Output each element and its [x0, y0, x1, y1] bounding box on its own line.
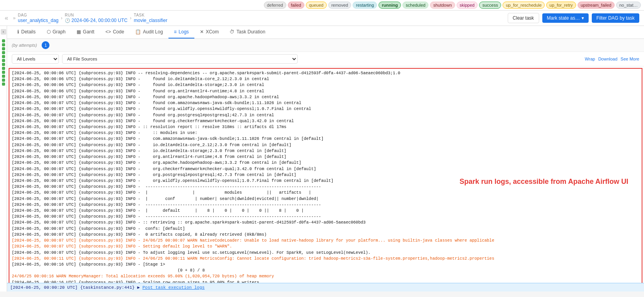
sidebar-indicator-11 — [2, 82, 5, 86]
tab-graph[interactable]: ⬡Graph — [41, 26, 71, 38]
file-source-select[interactable]: All File Sources — [62, 54, 298, 64]
sidebar-indicator-3 — [2, 51, 5, 54]
run-label: Run — [65, 13, 128, 17]
log-line: [2024-06-25, 00:00:07 UTC] {subprocess.p… — [12, 232, 639, 238]
log-line: [2024-06-25, 00:00:07 UTC] {subprocess.p… — [12, 250, 639, 256]
tab-task-duration[interactable]: ⏱Task Duration — [224, 26, 271, 38]
log-line: [2024-06-25, 00:00:07 UTC] {subprocess.p… — [12, 214, 639, 220]
filter-dag-button[interactable]: Filter DAG by task — [592, 13, 639, 23]
attempt-1-badge[interactable]: 1 — [42, 41, 49, 49]
run-breadcrumb: Run 🕐 2024-06-24, 00:00:00 UTC — [65, 13, 128, 23]
tab-icon-task-duration: ⏱ — [230, 29, 234, 35]
main-layout: ‹ ℹDetails⬡Graph▦Gantt<>Code📋Audit Log≡L… — [0, 26, 644, 292]
tab-icon-gantt: ▦ — [77, 29, 81, 35]
sidebar-indicator-1 — [2, 43, 5, 46]
log-line: [2024-06-25, 00:00:07 UTC] {subprocess.p… — [12, 154, 639, 160]
log-line: [2024-06-25, 00:00:06 UTC] {subprocess.p… — [12, 76, 639, 82]
log-line: [2024-06-25, 00:00:07 UTC] {subprocess.p… — [12, 178, 639, 184]
tab-xcom[interactable]: ✕XCom — [194, 26, 224, 38]
content-area: ℹDetails⬡Graph▦Gantt<>Code📋Audit Log≡Log… — [7, 26, 644, 292]
sidebar: ‹ — [0, 26, 7, 292]
tab-icon-audit-log: 📋 — [135, 29, 141, 35]
sidebar-indicators — [2, 39, 5, 86]
task-breadcrumb: Task movie_classifier — [134, 13, 167, 23]
task-value: movie_classifier — [134, 18, 167, 23]
run-value: 🕐 2024-06-24, 00:00:00 UTC — [65, 18, 128, 23]
status-badge-up_for_reschedule[interactable]: up_for_reschedule — [503, 2, 545, 9]
sidebar-toggle[interactable]: ‹ — [1, 29, 6, 35]
status-badge-deferred[interactable]: deferred — [264, 2, 286, 9]
status-badge-removed[interactable]: removed — [328, 2, 351, 9]
sidebar-indicator-9 — [2, 75, 5, 78]
log-line: [2024-06-25, 00:00:16 UTC] {subprocess.p… — [12, 280, 639, 283]
tab-gantt[interactable]: ▦Gantt — [71, 26, 100, 38]
log-line: 24/06/25 00:00:16 WARN MemoryManager: To… — [12, 273, 639, 279]
log-line: [2024-06-25, 00:00:07 UTC] {subprocess.p… — [12, 148, 639, 154]
dag-value: user_analytics_dag — [18, 18, 59, 23]
tab-icon-xcom: ✕ — [200, 29, 204, 35]
tab-logs[interactable]: ≡Logs — [168, 26, 194, 38]
sidebar-indicator-10 — [2, 79, 5, 82]
tabs-bar: ℹDetails⬡Graph▦Gantt<>Code📋Audit Log≡Log… — [7, 26, 644, 39]
dag-breadcrumb: DAG user_analytics_dag — [18, 13, 59, 23]
status-badge-success[interactable]: success — [479, 2, 501, 9]
filter-actions: Wrap Download See More — [585, 57, 639, 61]
log-line: [2024-06-25, 00:00:07 UTC] {subprocess.p… — [12, 94, 639, 100]
post-task-log-line: [2024-06-25, 00:00:20 UTC] {taskinstance… — [10, 285, 205, 290]
log-line: [2024-06-25, 00:00:07 UTC] {subprocess.p… — [12, 208, 639, 214]
status-badge-scheduled[interactable]: scheduled — [402, 2, 428, 9]
log-line: [2024-06-25, 00:00:07 UTC] {subprocess.p… — [12, 166, 639, 172]
tab-label-logs: Logs — [179, 29, 189, 35]
sidebar-indicator-7 — [2, 67, 5, 70]
post-task-link[interactable]: Post task execution logs — [143, 285, 205, 290]
tab-label-audit-log: Audit Log — [143, 29, 163, 35]
filter-row: All Levels DEBUG INFO WARNING ERROR All … — [7, 52, 644, 66]
log-line: [2024-06-25, 00:00:07 UTC] {subprocess.p… — [12, 130, 639, 136]
sidebar-indicator-5 — [2, 59, 5, 62]
bottom-bar: [2024-06-25, 00:00:20 UTC] {taskinstance… — [7, 283, 644, 292]
status-badge-restarting[interactable]: restarting — [353, 2, 377, 9]
header-actions: Clear task Mark state as… ▾ Filter DAG b… — [508, 13, 639, 23]
see-more-link[interactable]: See More — [620, 57, 639, 61]
log-line: [2024-06-25, 00:00:07 UTC] {subprocess.p… — [12, 124, 639, 130]
status-badge-skipped[interactable]: skipped — [457, 2, 478, 9]
tab-icon-graph: ⬡ — [47, 29, 51, 35]
status-badge-up_for_retry[interactable]: up_for_retry — [546, 2, 576, 9]
clear-task-button[interactable]: Clear task — [508, 13, 539, 23]
log-line: [2024-06-25, 00:00:16 UTC] {subprocess.p… — [12, 262, 639, 268]
breadcrumb: « » DAG user_analytics_dag › Run 🕐 2024-… — [5, 13, 503, 23]
log-line: (0 + 8) / 8 — [12, 268, 639, 273]
sidebar-indicator-6 — [2, 63, 5, 66]
log-line: [2024-06-25, 00:00:06 UTC] {subprocess.p… — [12, 70, 639, 76]
status-badge-running[interactable]: running — [379, 2, 401, 9]
log-controls: (by attempts) 1 — [7, 39, 644, 52]
log-line: [2024-06-25, 00:00:07 UTC] {subprocess.p… — [12, 172, 639, 178]
collapse-icon[interactable]: « — [5, 15, 8, 22]
dag-label: DAG — [18, 13, 59, 17]
chevron-down-icon: ▾ — [582, 15, 584, 21]
wrap-link[interactable]: Wrap — [585, 57, 595, 61]
log-container[interactable]: [2024-06-25, 00:00:06 UTC] {subprocess.p… — [7, 66, 644, 283]
log-line: [2024-06-25, 00:00:07 UTC] {subprocess.p… — [12, 184, 639, 190]
status-badge-queued[interactable]: queued — [306, 2, 327, 9]
breadcrumb-separator-2: › — [61, 15, 62, 21]
tab-audit-log[interactable]: 📋Audit Log — [130, 26, 168, 38]
status-badge-upstream_failed[interactable]: upstream_failed — [578, 2, 615, 9]
status-badge-shutdown[interactable]: shutdown — [430, 2, 455, 9]
log-line: [2024-06-25, 00:00:07 UTC] {subprocess.p… — [12, 190, 639, 196]
tab-label-task-duration: Task Duration — [236, 29, 265, 35]
tab-code[interactable]: <>Code — [100, 26, 130, 38]
log-line: [2024-06-25, 00:00:07 UTC] {subprocess.p… — [12, 136, 639, 142]
log-line: [2024-06-25, 00:00:07 UTC] {subprocess.p… — [12, 142, 639, 148]
mark-state-button[interactable]: Mark state as… ▾ — [542, 13, 589, 23]
tab-details[interactable]: ℹDetails — [12, 26, 41, 38]
download-link[interactable]: Download — [598, 57, 617, 61]
log-line: [2024-06-25, 00:00:07 UTC] {subprocess.p… — [12, 160, 639, 166]
tab-icon-code: <> — [105, 29, 111, 35]
status-badge-failed[interactable]: failed — [288, 2, 304, 9]
sidebar-indicator-4 — [2, 55, 5, 58]
log-line: [2024-06-25, 00:00:07 UTC] {subprocess.p… — [12, 100, 639, 106]
log-level-select[interactable]: All Levels DEBUG INFO WARNING ERROR — [12, 54, 59, 64]
status-badge-no_stat[interactable]: no_stat… — [616, 2, 641, 9]
log-line: [2024-06-25, 00:00:07 UTC] {subprocess.p… — [12, 196, 639, 202]
